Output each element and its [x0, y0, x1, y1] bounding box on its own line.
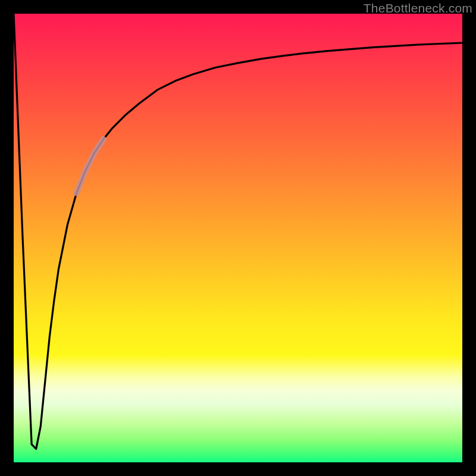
watermark-text: TheBottleneck.com [364, 1, 472, 15]
curve-layer [14, 14, 462, 462]
curve-highlight [77, 139, 104, 193]
bottleneck-chart: TheBottleneck.com [0, 0, 476, 476]
bottleneck-curve-path [14, 14, 462, 449]
plot-area [14, 14, 462, 462]
